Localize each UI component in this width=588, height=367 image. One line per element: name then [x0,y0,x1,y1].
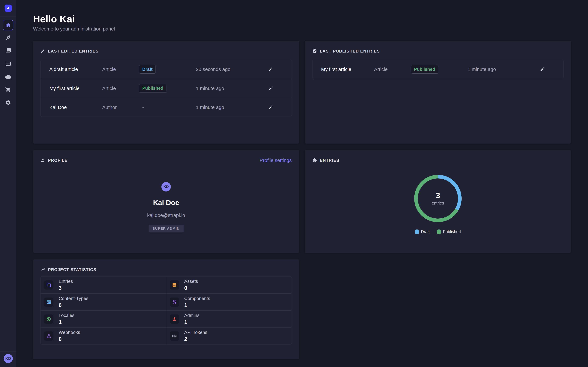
stat-value: 0 [184,285,198,291]
entries-chart-body: 3 entries DraftPublished [312,172,563,234]
card-header: PROJECT STATISTICS [41,267,292,272]
strapi-logo-icon [6,6,10,10]
sidebar-item-media-library[interactable] [3,44,13,57]
stat-label: Components [184,296,210,301]
user-avatar[interactable]: KD [4,354,13,363]
stat-text: Components1 [184,296,210,308]
stat-text: API Tokens2 [184,330,207,342]
entry-type: Article [102,67,139,72]
stat-label: API Tokens [184,330,207,335]
card-header: PROFILE Profile settings [41,158,292,163]
entry-status-cell: Draft [139,65,196,74]
entry-status: - [139,105,144,110]
sidebar-item-content-manager[interactable] [3,31,13,44]
entry-name: My first article [49,86,102,91]
trending-up-icon [41,267,45,272]
pencil-icon [268,67,273,72]
entry-updated-time: 1 minute ago [196,86,267,91]
entry-name: My first article [321,67,374,72]
donut-center-label: 3 entries [411,172,465,225]
stat-item-api-tokens: API Tokens2 [166,327,292,344]
sidebar-divider [0,351,16,351]
status-badge: Published [411,65,438,74]
entry-status-cell: - [139,105,196,110]
stat-label: Content-Types [59,296,88,301]
card-header: LAST PUBLISHED ENTRIES [312,48,563,54]
sidebar-item-settings[interactable] [3,96,13,109]
stat-item-components: Components1 [166,293,292,310]
stat-text: Webhooks0 [59,330,80,342]
stat-value: 1 [184,302,210,308]
webhooks-icon [44,332,53,341]
stat-text: Admins1 [184,313,199,325]
entry-name: Kai Doe [49,105,102,110]
entries-donut-chart: 3 entries [411,172,465,225]
page-title: Hello Kai [33,13,75,25]
stat-value: 1 [184,319,199,325]
entries-chart-card: ENTRIES 3 entries DraftPublished [305,150,571,253]
sidebar-item-home[interactable] [3,20,13,30]
edit-entry-button[interactable] [267,65,275,73]
stat-text: Content-Types6 [59,296,88,308]
table-row: My first articleArticlePublished1 minute… [41,79,292,98]
project-statistics-card: PROJECT STATISTICS Entries3Assets0Conten… [33,259,299,359]
sidebar-item-cloud[interactable] [3,70,13,83]
legend-chip [415,230,419,234]
legend-label: Published [443,229,461,234]
stat-value: 1 [59,319,75,325]
pencil-icon [540,67,545,72]
stat-value: 6 [59,302,88,308]
edit-entry-button[interactable] [267,84,275,92]
last-published-entries-card: LAST PUBLISHED ENTRIES My first articleA… [305,41,571,143]
stat-item-locales: Locales1 [41,310,166,327]
entry-type: Author [102,105,139,110]
content-type-builder-icon [5,61,11,67]
card-title: ENTRIES [320,158,339,163]
status-badge: Draft [139,65,156,74]
last-published-table: My first articleArticlePublished1 minute… [312,60,563,79]
entry-name: A draft article [49,67,102,72]
stat-label: Assets [184,279,198,284]
card-title: PROJECT STATISTICS [48,267,96,272]
edit-entry-button[interactable] [267,103,275,111]
key-icon [170,332,179,341]
globe-icon [44,315,53,324]
entry-actions [538,65,563,73]
stat-value: 3 [59,285,73,291]
card-title: PROFILE [48,158,68,163]
last-edited-table: A draft articleArticleDraft20 seconds ag… [41,60,292,117]
stat-item-webhooks: Webhooks0 [41,327,166,344]
legend-label: Draft [421,229,430,234]
profile-card: PROFILE Profile settings KD Kai Doe kai.… [33,150,299,253]
entry-updated-time: 1 minute ago [196,105,267,110]
layout-icon [44,298,53,307]
last-edited-entries-card: LAST EDITED ENTRIES A draft articleArtic… [33,41,299,143]
puzzle-icon [312,158,317,163]
profile-settings-link[interactable]: Profile settings [259,158,292,163]
chart-legend: DraftPublished [415,229,461,234]
entry-status-cell: Published [411,65,468,74]
entry-actions [267,84,292,92]
card-header: ENTRIES [312,158,563,163]
card-title: LAST EDITED ENTRIES [48,49,99,53]
cloud-icon [5,74,11,80]
status-badge: Published [139,84,166,93]
stat-text: Entries3 [59,279,73,291]
table-row: My first articleArticlePublished1 minute… [312,60,563,79]
person-icon [41,158,45,163]
strapi-logo[interactable] [5,5,12,12]
edit-entry-button[interactable] [538,65,546,73]
stat-item-entries: Entries3 [41,276,166,293]
stat-item-admins: Admins1 [166,310,292,327]
sidebar-item-marketplace[interactable] [3,83,13,96]
stat-item-assets: Assets0 [166,276,292,293]
stat-label: Entries [59,279,73,284]
stat-label: Locales [59,313,75,318]
sidebar-item-content-type-builder[interactable] [3,57,13,70]
profile-name: Kai Doe [153,199,179,207]
entry-actions [267,65,292,73]
admin-user-icon [170,315,179,324]
marketplace-icon [5,87,11,93]
stat-label: Admins [184,313,199,318]
sidebar-divider [0,16,16,17]
